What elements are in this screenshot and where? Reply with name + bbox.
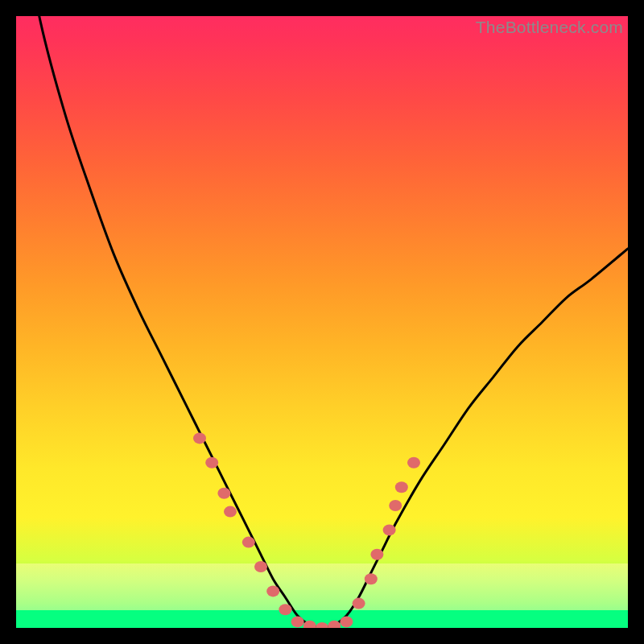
bottom-pale-band <box>16 564 628 610</box>
watermark-text: TheBottleneck.com <box>476 18 623 37</box>
chart-frame: TheBottleneck.com <box>16 16 628 628</box>
bottom-green-band <box>16 610 628 628</box>
plot-gradient-background <box>16 16 628 628</box>
